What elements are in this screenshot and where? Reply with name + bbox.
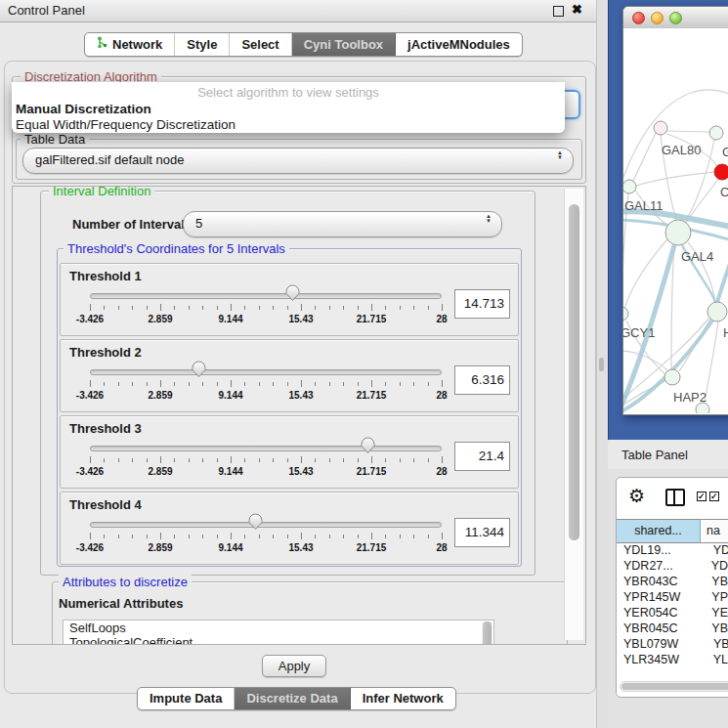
tab-network[interactable]: Network (85, 33, 175, 56)
network-edge[interactable] (632, 133, 656, 183)
tick-mark (413, 306, 414, 310)
table-row[interactable]: YER054CYER0 (617, 606, 728, 621)
node-gal80[interactable] (654, 121, 667, 135)
tab-cyni-toolbox[interactable]: Cyni Toolbox (292, 33, 396, 56)
table-row[interactable]: YDL19...YDL1 (617, 543, 728, 559)
network-edge[interactable] (671, 245, 674, 369)
threshold-value-field[interactable]: 6.316 (454, 365, 510, 395)
node-top-right[interactable] (709, 126, 723, 140)
table-panel-body: ⚙ ✓ ✓ shared... na YDL19...YDL1YDR27...Y… (608, 469, 728, 728)
slider-track[interactable] (90, 293, 442, 299)
slider-thumb-icon[interactable] (361, 437, 375, 457)
network-edge[interactable] (666, 131, 709, 132)
node-hap2[interactable] (664, 369, 680, 385)
tab-impute-data[interactable]: Impute Data (138, 688, 235, 709)
split-columns-icon[interactable] (665, 489, 685, 506)
threshold-value-field[interactable]: 21.4 (454, 442, 510, 471)
tab-label: Network (112, 37, 162, 52)
network-edge[interactable] (705, 321, 718, 403)
slider-track[interactable] (90, 522, 442, 528)
table-row[interactable]: YBL079WYBL0 (617, 637, 728, 653)
threshold-slider[interactable]: -3.4262.8599.14415.4321.71528 (90, 362, 442, 408)
network-canvas[interactable]: GAL80GACGAL11GAL4GCY1HHAP2 (623, 28, 728, 413)
numerical-attributes-list[interactable]: SelfLoopsTopologicalCoefficientBetweenne… (63, 620, 494, 645)
dropdown-option[interactable]: Manual Discretization (12, 102, 565, 117)
tick-label: -3.426 (76, 542, 104, 553)
network-window-titlebar[interactable] (623, 7, 728, 29)
group-title: Attributes to discretize (59, 575, 192, 589)
tick-mark (358, 535, 359, 538)
slider-track[interactable] (90, 446, 442, 451)
threshold-slider[interactable]: -3.4262.8599.14415.4321.71528 (90, 285, 442, 332)
node-h[interactable] (707, 302, 727, 321)
scrollbar-track[interactable] (564, 189, 583, 640)
close-traffic-light-icon[interactable] (632, 12, 645, 24)
attribute-list-item[interactable]: TopologicalCoefficient (64, 635, 493, 645)
cell-shared-name: YBR043C (617, 575, 705, 590)
table-data-combobox[interactable]: galFiltered.sif default node ▲▼ (22, 148, 574, 174)
tick-mark (301, 533, 302, 539)
table-row[interactable]: YPR145WYPR1 (617, 590, 728, 606)
slider-thumb-icon[interactable] (285, 284, 300, 305)
tick-mark (385, 306, 386, 310)
tick-label: 2.859 (148, 542, 172, 553)
close-icon[interactable]: ✖ (572, 2, 582, 17)
slider-track[interactable] (90, 369, 442, 375)
node-bottom[interactable] (696, 403, 709, 413)
node-gcy1[interactable] (623, 307, 628, 321)
tab-infer-network[interactable]: Infer Network (351, 688, 455, 709)
dropdown-option[interactable]: Equal Width/Frequency Discretization (12, 117, 565, 133)
attribute-list-item[interactable]: SelfLoops (64, 621, 493, 635)
tab-discretize-data[interactable]: Discretize Data (235, 688, 350, 709)
threshold-box: Threshold 2-3.4262.8599.14415.4321.71528… (60, 339, 519, 412)
divider-handle[interactable] (599, 358, 604, 371)
table-row[interactable]: YBR045CYBR0 (617, 621, 728, 637)
table-row[interactable]: YDR27...YDR2 (617, 559, 728, 575)
node-red[interactable] (714, 164, 728, 180)
table-row[interactable]: YBR043CYBR0 (617, 575, 728, 590)
tab-style[interactable]: Style (175, 33, 230, 56)
group-title: Threshold's Coordinates for 5 Intervals (64, 241, 289, 256)
tick-mark (273, 458, 274, 462)
column-header-shared-name[interactable]: shared... (617, 520, 701, 542)
number-of-intervals-spinner[interactable]: 5 ▲▼ (183, 211, 502, 237)
spinner-arrows-icon: ▲▼ (486, 214, 492, 224)
float-window-icon[interactable] (553, 6, 564, 17)
tick-mark (343, 458, 344, 462)
threshold-value-field[interactable]: 11.344 (454, 518, 510, 547)
slider-thumb-icon[interactable] (248, 513, 263, 534)
tick-mark (90, 533, 91, 539)
tick-mark (428, 382, 429, 386)
checkbox-icon[interactable]: ✓ (709, 492, 719, 501)
minimize-traffic-light-icon[interactable] (651, 12, 664, 24)
tab-jactivemnodules[interactable]: jActiveMNodules (396, 33, 522, 56)
threshold-slider[interactable]: -3.4262.8599.14415.4321.71528 (90, 438, 442, 485)
attributes-list-scrollbar[interactable] (482, 621, 492, 645)
checkbox-icon[interactable]: ✓ (697, 492, 707, 501)
tick-mark (104, 458, 105, 462)
node-gal11[interactable] (623, 180, 636, 193)
zoom-traffic-light-icon[interactable] (669, 12, 682, 24)
cell-name: YBR0 (705, 575, 728, 590)
column-header-name[interactable]: na (701, 520, 728, 542)
network-edge[interactable] (717, 255, 728, 303)
node-gal4-label: GAL4 (681, 249, 713, 264)
cell-name: YIL0 (707, 668, 728, 670)
scrollbar-thumb[interactable] (569, 204, 579, 540)
tick-mark (442, 533, 443, 539)
threshold-value-field[interactable]: 14.713 (454, 289, 510, 319)
apply-button[interactable]: Apply (262, 655, 326, 677)
threshold-slider[interactable]: -3.4262.8599.14415.4321.71528 (90, 514, 442, 561)
thresholds-group: Threshold's Coordinates for 5 Intervals … (57, 248, 522, 567)
table-horizontal-scrollbar[interactable] (620, 681, 728, 692)
table-row[interactable]: YIL052CYIL0 (617, 668, 728, 670)
tab-select[interactable]: Select (230, 33, 291, 56)
tick-mark (132, 306, 133, 310)
table-row[interactable]: YLR345WYLR3 (617, 653, 728, 668)
tick-mark (413, 535, 414, 538)
tick-mark (400, 382, 401, 386)
gear-icon[interactable]: ⚙ (628, 485, 645, 507)
node-gal4[interactable] (665, 220, 691, 245)
slider-thumb-icon[interactable] (192, 361, 206, 381)
tick-mark (315, 382, 316, 386)
